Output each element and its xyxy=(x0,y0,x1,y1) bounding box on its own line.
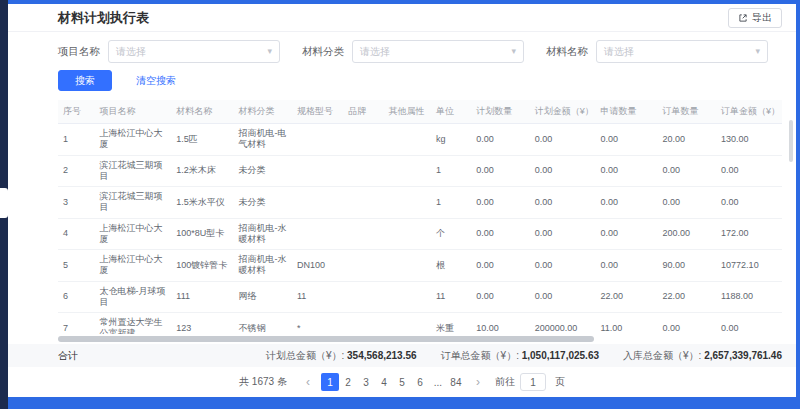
table-cell: 招商机电-水暖材料 xyxy=(233,250,292,282)
next-page-button[interactable]: › xyxy=(470,373,486,391)
filter-group-2: 材料分类请选择▾ xyxy=(302,40,524,63)
filter-label: 项目名称 xyxy=(58,45,100,59)
page-button-1[interactable]: 1 xyxy=(321,373,339,391)
table-cell: 2 xyxy=(58,155,95,187)
table-cell: 0.00 xyxy=(471,187,530,219)
goto-page-input[interactable] xyxy=(520,373,546,391)
table-cell: 未分类 xyxy=(233,187,292,219)
table-cell xyxy=(292,155,343,187)
page-button-6[interactable]: 6 xyxy=(411,373,429,391)
table-cell: 90.00 xyxy=(658,250,717,282)
table-cell: 0.00 xyxy=(658,313,717,335)
export-icon xyxy=(738,13,748,23)
horizontal-scrollbar[interactable] xyxy=(58,336,594,342)
table-cell: 1.5米水平仪 xyxy=(171,187,233,219)
table-row[interactable]: 3滨江花城三期项目1.5米水平仪未分类10.000.000.000.000.00 xyxy=(58,187,782,219)
page-button-4[interactable]: 4 xyxy=(375,373,393,391)
filter-label: 材料名称 xyxy=(546,45,588,59)
table-cell: 米重 xyxy=(431,313,471,335)
filter-select-1[interactable]: 请选择▾ xyxy=(108,40,280,63)
table-cell xyxy=(343,281,383,313)
table-cell: 0.00 xyxy=(471,124,530,156)
table-cell: 1.2米木床 xyxy=(171,155,233,187)
table-cell xyxy=(343,313,383,335)
page-buttons: 123456...84 xyxy=(321,373,465,391)
chevron-down-icon: ▾ xyxy=(267,47,272,56)
table-cell: 10.00 xyxy=(471,313,530,335)
column-header: 规格型号 xyxy=(292,100,343,124)
clear-search-button[interactable]: 清空搜索 xyxy=(124,70,188,91)
table-cell xyxy=(383,218,431,250)
table-cell: 200.00 xyxy=(658,218,717,250)
table-cell xyxy=(343,218,383,250)
page-button-3[interactable]: 3 xyxy=(357,373,375,391)
filter-actions: 搜索 清空搜索 xyxy=(58,70,782,91)
filter-group-1: 项目名称请选择▾ xyxy=(58,40,280,63)
table-row[interactable]: 7常州置达大学生公寓新建123不锈钢*米重10.00200000.0011.00… xyxy=(58,313,782,335)
table-cell xyxy=(343,124,383,156)
column-header: 材料名称 xyxy=(171,100,233,124)
column-header: 订单数量 xyxy=(658,100,717,124)
table-cell: 0.00 xyxy=(595,124,657,156)
summary-item-value: 354,568,213.56 xyxy=(347,350,417,361)
table-cell xyxy=(383,281,431,313)
table-cell: 111 xyxy=(171,281,233,313)
export-button[interactable]: 导出 xyxy=(728,8,782,28)
filter-select-2[interactable]: 请选择▾ xyxy=(352,40,524,63)
prev-page-button[interactable]: ‹ xyxy=(300,373,316,391)
table-cell xyxy=(383,124,431,156)
column-header: 计划数量 xyxy=(471,100,530,124)
sidebar-expand-handle[interactable] xyxy=(0,188,8,218)
table-cell: 0.00 xyxy=(716,187,782,219)
page-ellipsis[interactable]: ... xyxy=(429,373,447,391)
table-cell: 招商机电-电气材料 xyxy=(233,124,292,156)
page-button-84[interactable]: 84 xyxy=(447,373,465,391)
summary-item: 计划总金额（¥）: 354,568,213.56 xyxy=(266,349,417,363)
table-cell: 5 xyxy=(58,250,95,282)
column-header: 订单金额（¥） xyxy=(716,100,782,124)
column-header: 材料分类 xyxy=(233,100,292,124)
table-cell: 4 xyxy=(58,218,95,250)
table-cell xyxy=(292,124,343,156)
table-cell: 0.00 xyxy=(530,250,596,282)
page-button-5[interactable]: 5 xyxy=(393,373,411,391)
table-cell: 172.00 xyxy=(716,218,782,250)
filter-select-3[interactable]: 请选择▾ xyxy=(596,40,768,63)
pagination-total: 共 1673 条 xyxy=(239,375,287,389)
summary-bar: 合计 计划总金额（¥）: 354,568,213.56订单总金额（¥）: 1,0… xyxy=(8,344,796,367)
table-cell: 0.00 xyxy=(658,155,717,187)
table-cell: 滨江花城三期项目 xyxy=(95,155,172,187)
table-row[interactable]: 2滨江花城三期项目1.2米木床未分类10.000.000.000.000.00 xyxy=(58,155,782,187)
table-row[interactable]: 4上海松江中心大厦100*8U型卡招商机电-水暖材料个0.000.000.002… xyxy=(58,218,782,250)
filter-label: 材料分类 xyxy=(302,45,344,59)
select-placeholder: 请选择 xyxy=(360,45,390,59)
page-button-2[interactable]: 2 xyxy=(339,373,357,391)
export-button-label: 导出 xyxy=(752,11,772,25)
table-cell: 0.00 xyxy=(595,187,657,219)
column-header: 品牌 xyxy=(343,100,383,124)
goto-page-suffix: 页 xyxy=(555,375,565,389)
column-header: 单位 xyxy=(431,100,471,124)
table-row[interactable]: 1上海松江中心大厦1.5匹招商机电-电气材料kg0.000.000.0020.0… xyxy=(58,124,782,156)
column-header: 序号 xyxy=(58,100,95,124)
table-row[interactable]: 5上海松江中心大厦100镀锌管卡招商机电-水暖材料DN100根0.000.000… xyxy=(58,250,782,282)
column-header: 计划金额（¥） xyxy=(530,100,596,124)
summary-item-value: 2,657,339,761.46 xyxy=(704,350,782,361)
table-cell: 100*8U型卡 xyxy=(171,218,233,250)
column-header: 其他属性 xyxy=(383,100,431,124)
page-header: 材料计划执行表 导出 xyxy=(8,4,796,32)
summary-item-label: 入库总金额（¥）: xyxy=(623,350,704,361)
goto-page-prefix: 前往 xyxy=(495,375,515,389)
table-cell: 0.00 xyxy=(595,155,657,187)
table-cell: 上海松江中心大厦 xyxy=(95,218,172,250)
vertical-scrollbar[interactable] xyxy=(789,120,793,162)
table-cell: 0.00 xyxy=(530,218,596,250)
table-cell: 个 xyxy=(431,218,471,250)
collapsed-sidebar[interactable] xyxy=(0,0,8,409)
table-cell: 200000.00 xyxy=(530,313,596,335)
table-row[interactable]: 6太仓电梯-月球项目111网络11110.000.0022.0022.00118… xyxy=(58,281,782,313)
chevron-down-icon: ▾ xyxy=(511,47,516,56)
table-cell: DN100 xyxy=(292,250,343,282)
search-button[interactable]: 搜索 xyxy=(58,70,112,91)
table-cell: 3 xyxy=(58,187,95,219)
